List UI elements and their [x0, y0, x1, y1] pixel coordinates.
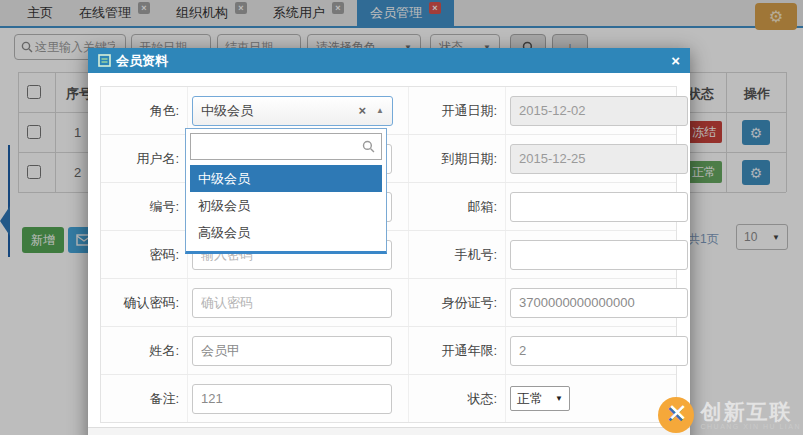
role-label: 角色:	[101, 102, 187, 120]
dialog-body: 角色: 中级会员 × ▲ 开通日期: 用户名:	[88, 73, 690, 435]
dropdown-option-intermediate[interactable]: 中级会员	[190, 165, 382, 192]
number-label: 编号:	[101, 198, 187, 216]
dropdown-option-senior[interactable]: 高级会员	[190, 219, 382, 246]
phone-label: 手机号:	[409, 246, 505, 264]
phone-input[interactable]	[510, 240, 688, 270]
status-select-value: 正常	[517, 390, 543, 408]
chevron-up-icon[interactable]: ▲	[376, 106, 384, 115]
dropdown-option-list: 中级会员 初级会员 高级会员	[190, 165, 382, 246]
status-select[interactable]: 正常 ▼	[510, 386, 570, 411]
remark-input[interactable]	[192, 384, 392, 414]
email-label: 邮箱:	[409, 198, 505, 216]
email-input[interactable]	[510, 192, 688, 222]
password-label: 密码:	[101, 246, 187, 264]
name-input[interactable]	[192, 336, 392, 366]
remark-label: 备注:	[101, 390, 187, 408]
dialog-header: 会员资料 ×	[88, 48, 690, 73]
form-row-name: 姓名: 开通年限:	[101, 327, 676, 375]
form-row-remark: 备注: 状态: 正常 ▼	[101, 375, 676, 422]
open-date-label: 开通日期:	[409, 102, 505, 120]
confirm-password-label: 确认密码:	[101, 294, 187, 312]
confirm-password-input[interactable]	[192, 288, 392, 318]
watermark: ✕✕ 创新互联 CHUANG XIN HU LIAN	[658, 397, 801, 433]
watermark-subtitle: CHUANG XIN HU LIAN	[700, 423, 801, 430]
expire-date-input	[510, 144, 688, 174]
clear-icon[interactable]: ×	[358, 103, 366, 118]
watermark-title: 创新互联	[700, 401, 801, 423]
member-info-dialog: 会员资料 × 角色: 中级会员 × ▲ 开通日期:	[88, 48, 690, 435]
dialog-title: 会员资料	[116, 52, 168, 70]
dropdown-search-field[interactable]	[190, 133, 382, 160]
expire-date-label: 到期日期:	[409, 150, 505, 168]
years-label: 开通年限:	[409, 342, 505, 360]
username-label: 用户名:	[101, 150, 187, 168]
member-management-page: 主页 在线管理 × 组织机构 × 系统用户 × 会员管理 ×	[0, 0, 803, 435]
form-row-confirm-password: 确认密码: 身份证号:	[101, 279, 676, 327]
close-icon[interactable]: ×	[671, 53, 680, 68]
status-label: 状态:	[409, 390, 505, 408]
watermark-logo-icon: ✕✕	[658, 397, 694, 433]
role-select[interactable]: 中级会员 × ▲	[192, 96, 393, 126]
form-icon	[98, 54, 111, 67]
role-select-value: 中级会员	[201, 102, 358, 120]
dropdown-option-junior[interactable]: 初级会员	[190, 192, 382, 219]
dialog-footer	[88, 427, 690, 435]
name-label: 姓名:	[101, 342, 187, 360]
role-dropdown-panel: 中级会员 初级会员 高级会员	[185, 128, 387, 254]
id-number-label: 身份证号:	[409, 294, 505, 312]
chevron-down-icon: ▼	[555, 394, 563, 403]
id-number-input[interactable]	[510, 288, 688, 318]
search-icon	[362, 140, 375, 153]
years-input[interactable]	[510, 336, 688, 366]
open-date-input	[510, 96, 688, 126]
